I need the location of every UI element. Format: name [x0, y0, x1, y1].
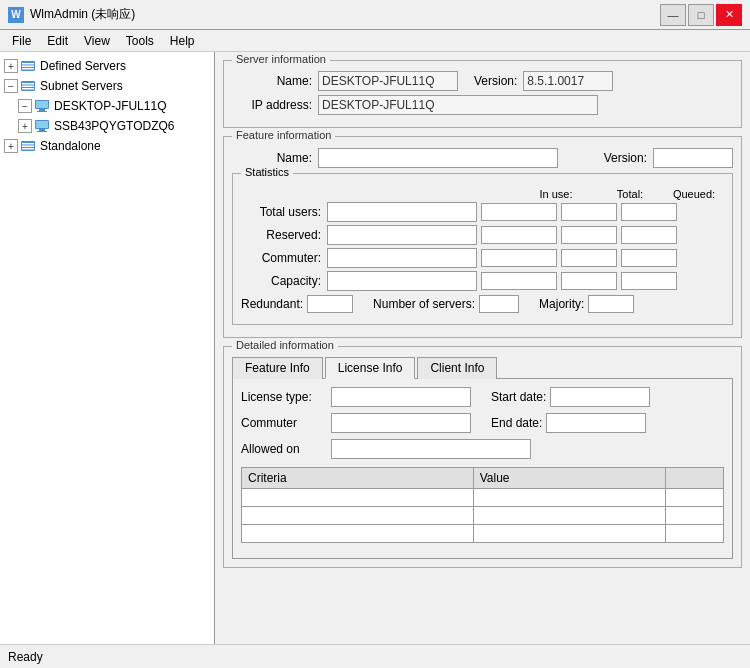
extra-cell-2 [665, 507, 723, 525]
total-users-total [561, 203, 617, 221]
svg-rect-1 [22, 63, 34, 65]
capacity-main[interactable] [327, 271, 477, 291]
feature-name-row: Name: Version: [232, 147, 733, 169]
svg-rect-7 [22, 88, 34, 90]
status-bar: Ready [0, 644, 750, 668]
criteria-cell-2 [242, 507, 474, 525]
total-users-label: Total users: [241, 205, 321, 219]
feature-info-group: Feature information Name: Version: Stati… [223, 136, 742, 338]
license-type-input[interactable] [331, 387, 471, 407]
menu-edit[interactable]: Edit [39, 30, 76, 51]
allowed-on-input[interactable] [331, 439, 531, 459]
expand-ssb43[interactable]: + [18, 119, 32, 133]
expand-standalone[interactable]: + [4, 139, 18, 153]
commuter-main[interactable] [327, 248, 477, 268]
capacity-inuse [481, 272, 557, 290]
minimize-button[interactable]: — [660, 4, 686, 26]
detailed-info-label: Detailed information [232, 339, 338, 351]
ssb43-label: SSB43PQYGTODZQ6 [54, 119, 175, 133]
menu-file[interactable]: File [4, 30, 39, 51]
feature-name-input[interactable] [318, 148, 558, 168]
name-label: Name: [232, 74, 312, 88]
subnet-servers-label: Subnet Servers [40, 79, 123, 93]
feature-version-input[interactable] [653, 148, 733, 168]
right-panel: Server information Name: Version: IP add… [215, 52, 750, 644]
svg-rect-6 [22, 86, 34, 88]
majority-label: Majority: [539, 297, 584, 311]
statistics-group: Statistics In use: Total: Queued: Total … [232, 173, 733, 325]
standalone-label: Standalone [40, 139, 101, 153]
tab-client-info[interactable]: Client Info [417, 357, 497, 379]
total-users-main[interactable] [327, 202, 477, 222]
tab-headers: Feature Info License Info Client Info [232, 357, 733, 379]
queued-header: Queued: [664, 188, 724, 200]
license-type-row: License type: Start date: [241, 387, 724, 407]
num-servers-value [479, 295, 519, 313]
status-text: Ready [8, 650, 43, 664]
computer-icon-1 [34, 98, 50, 114]
svg-rect-9 [36, 101, 48, 108]
start-date-input[interactable] [550, 387, 650, 407]
redundant-row: Redundant: Number of servers: Majority: [241, 295, 724, 313]
expand-defined-servers[interactable]: + [4, 59, 18, 73]
capacity-total [561, 272, 617, 290]
close-button[interactable]: ✕ [716, 4, 742, 26]
end-date-label: End date: [491, 416, 542, 430]
server-ip-row: IP address: [232, 95, 733, 115]
expand-subnet-servers[interactable]: − [4, 79, 18, 93]
menu-help[interactable]: Help [162, 30, 203, 51]
feature-info-content: Name: Version: Statistics In use: Total:… [232, 147, 733, 325]
value-col-header: Value [473, 468, 665, 489]
capacity-row: Capacity: [241, 271, 724, 291]
server-info-label: Server information [232, 53, 330, 65]
subnet-icon [20, 78, 36, 94]
total-users-queued [621, 203, 677, 221]
allowed-on-label: Allowed on [241, 442, 331, 456]
main-layout: + Defined Servers − [0, 52, 750, 644]
commuter-total [561, 249, 617, 267]
commuter-stat-label: Commuter: [241, 251, 321, 265]
tree-item-ssb43[interactable]: + SSB43PQYGTODZQ6 [14, 116, 214, 136]
computer-icon-2 [34, 118, 50, 134]
server-ip-input[interactable] [318, 95, 598, 115]
tree-item-desktop-jful11q[interactable]: − DESKTOP-JFUL11Q [14, 96, 214, 116]
tab-feature-info[interactable]: Feature Info [232, 357, 323, 379]
commuter-detail-input[interactable] [331, 413, 471, 433]
tree-item-subnet-servers[interactable]: − Subnet Servers [0, 76, 214, 96]
allowed-on-row: Allowed on [241, 439, 724, 459]
num-servers-label: Number of servers: [373, 297, 475, 311]
server-name-input[interactable] [318, 71, 458, 91]
menu-view[interactable]: View [76, 30, 118, 51]
criteria-col-header: Criteria [242, 468, 474, 489]
desktop-jful11q-label: DESKTOP-JFUL11Q [54, 99, 166, 113]
commuter-row: Commuter: [241, 248, 724, 268]
total-users-inuse [481, 203, 557, 221]
tree-item-standalone[interactable]: + Standalone [0, 136, 214, 156]
criteria-cell-3 [242, 525, 474, 543]
reserved-inuse [481, 226, 557, 244]
ip-label: IP address: [232, 98, 312, 112]
capacity-queued [621, 272, 677, 290]
detailed-info-content: Feature Info License Info Client Info Li… [232, 357, 733, 559]
maximize-button[interactable]: □ [688, 4, 714, 26]
reserved-label: Reserved: [241, 228, 321, 242]
extra-col-header [665, 468, 723, 489]
app-icon: W [8, 7, 24, 23]
menu-tools[interactable]: Tools [118, 30, 162, 51]
server-version-input[interactable] [523, 71, 613, 91]
tree-item-defined-servers[interactable]: + Defined Servers [0, 56, 214, 76]
tab-license-info[interactable]: License Info [325, 357, 416, 379]
expand-desktop-jful11q[interactable]: − [18, 99, 32, 113]
title-text: WlmAdmin (未响应) [30, 6, 660, 23]
reserved-total [561, 226, 617, 244]
end-date-input[interactable] [546, 413, 646, 433]
server-name-row: Name: Version: [232, 71, 733, 91]
svg-rect-13 [36, 121, 48, 128]
criteria-row-2 [242, 507, 724, 525]
reserved-main[interactable] [327, 225, 477, 245]
svg-rect-10 [39, 109, 45, 111]
commuter-detail-row: Commuter End date: [241, 413, 724, 433]
window-controls: — □ ✕ [660, 4, 742, 26]
capacity-label: Capacity: [241, 274, 321, 288]
tree-panel: + Defined Servers − [0, 52, 215, 644]
